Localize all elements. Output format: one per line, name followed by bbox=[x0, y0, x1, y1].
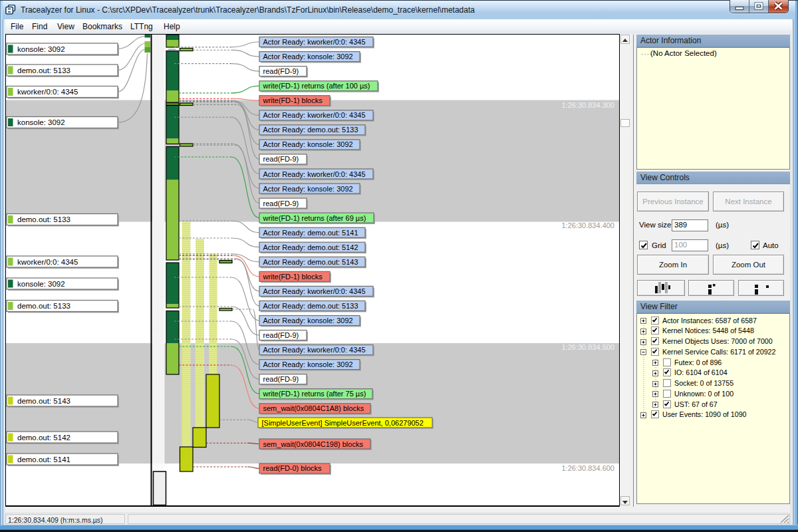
svg-text:Actor Ready: kworker/0:0: 4345: Actor Ready: kworker/0:0: 4345 bbox=[263, 111, 366, 119]
svg-text:read(FD-9): read(FD-9) bbox=[263, 331, 299, 339]
svg-text:1:26:30.834.500: 1:26:30.834.500 bbox=[561, 343, 614, 351]
svg-text:demo.out: 5143: demo.out: 5143 bbox=[17, 397, 70, 405]
svg-text:Actor Ready: kworker/0:0: 4345: Actor Ready: kworker/0:0: 4345 bbox=[263, 38, 366, 46]
svg-text:demo.out: 5133: demo.out: 5133 bbox=[17, 215, 70, 223]
svg-text:Actor Ready: konsole: 3092: Actor Ready: konsole: 3092 bbox=[263, 53, 353, 61]
svg-text:write(FD-1) blocks: write(FD-1) blocks bbox=[263, 96, 323, 104]
svg-text:Actor Ready: konsole: 3092: Actor Ready: konsole: 3092 bbox=[263, 360, 353, 368]
svg-text:konsole: 3092: konsole: 3092 bbox=[17, 45, 65, 53]
svg-text:read(FD-9): read(FD-9) bbox=[263, 375, 299, 383]
svg-text:read(FD-9): read(FD-9) bbox=[263, 200, 299, 207]
svg-text:Actor Ready: demo.out: 5142: Actor Ready: demo.out: 5142 bbox=[263, 243, 358, 251]
svg-text:Actor Ready: kworker/0:0: 4345: Actor Ready: kworker/0:0: 4345 bbox=[263, 170, 366, 178]
svg-text:kworker/0:0: 4345: kworker/0:0: 4345 bbox=[17, 88, 78, 96]
svg-text:sem_wait(0x0804C198) blocks: sem_wait(0x0804C198) blocks bbox=[263, 440, 364, 448]
svg-text:write(FD-1) returns (after 69: write(FD-1) returns (after 69 µs) bbox=[263, 214, 366, 222]
svg-text:Actor Ready: kworker/0:0: 4345: Actor Ready: kworker/0:0: 4345 bbox=[263, 346, 366, 354]
svg-text:konsole: 3092: konsole: 3092 bbox=[17, 280, 65, 288]
svg-text:Actor Ready: demo.out: 5141: Actor Ready: demo.out: 5141 bbox=[263, 229, 358, 237]
svg-text:demo.out: 5133: demo.out: 5133 bbox=[17, 302, 70, 310]
svg-text:demo.out: 5133: demo.out: 5133 bbox=[17, 66, 70, 74]
svg-text:[SimpleUserEvent] SimpleUserEv: [SimpleUserEvent] SimpleUserEvent, 0,062… bbox=[262, 419, 424, 427]
svg-text:demo.out: 5142: demo.out: 5142 bbox=[17, 434, 70, 442]
svg-text:konsole: 3092: konsole: 3092 bbox=[17, 118, 65, 126]
svg-text:write(FD-1) returns (after 100: write(FD-1) returns (after 100 µs) bbox=[263, 82, 370, 90]
svg-text:Actor Ready: kworker/0:0: 4345: Actor Ready: kworker/0:0: 4345 bbox=[263, 287, 366, 295]
svg-text:read(FD-9): read(FD-9) bbox=[263, 155, 299, 163]
svg-text:read(FD-0) blocks: read(FD-0) blocks bbox=[263, 464, 323, 472]
svg-text:Actor Ready: demo.out: 5133: Actor Ready: demo.out: 5133 bbox=[263, 302, 358, 310]
svg-text:1:26:30.834.400: 1:26:30.834.400 bbox=[561, 221, 614, 229]
svg-text:Actor Ready: konsole: 3092: Actor Ready: konsole: 3092 bbox=[263, 317, 353, 325]
svg-text:Actor Ready: demo.out: 5133: Actor Ready: demo.out: 5133 bbox=[263, 126, 358, 134]
svg-text:1:26:30.834.300: 1:26:30.834.300 bbox=[561, 101, 614, 109]
svg-text:read(FD-9): read(FD-9) bbox=[263, 67, 299, 75]
svg-text:write(FD-1) blocks: write(FD-1) blocks bbox=[263, 273, 323, 281]
svg-text:Actor Ready: demo.out: 5143: Actor Ready: demo.out: 5143 bbox=[263, 258, 358, 266]
svg-text:Actor Ready: konsole: 3092: Actor Ready: konsole: 3092 bbox=[263, 140, 353, 148]
svg-text:Actor Ready: konsole: 3092: Actor Ready: konsole: 3092 bbox=[263, 185, 353, 193]
svg-text:demo.out: 5141: demo.out: 5141 bbox=[17, 456, 70, 464]
svg-text:kworker/0:0: 4345: kworker/0:0: 4345 bbox=[17, 258, 78, 266]
svg-text:1:26:30.834.600: 1:26:30.834.600 bbox=[561, 464, 614, 472]
svg-text:sem_wait(0x0804C1A8) blocks: sem_wait(0x0804C1A8) blocks bbox=[263, 404, 364, 412]
svg-text:write(FD-1) returns (after 75: write(FD-1) returns (after 75 µs) bbox=[263, 390, 366, 398]
